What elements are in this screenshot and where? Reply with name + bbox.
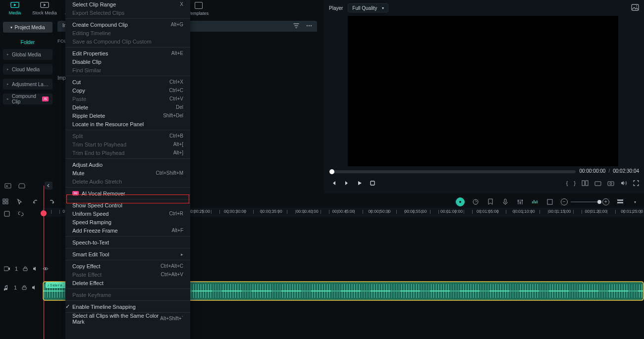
- top-tab-stock-media[interactable]: Stock Media: [30, 1, 59, 15]
- link-icon[interactable]: [17, 210, 25, 218]
- top-tab-media[interactable]: Media: [0, 1, 30, 15]
- timeline-view-icon[interactable]: [616, 198, 624, 206]
- top-tab-templates[interactable]: Templates: [188, 2, 209, 16]
- ctx-smart-edit-tool[interactable]: Smart Edit Tool: [65, 250, 190, 258]
- speed-icon[interactable]: [472, 198, 480, 206]
- ctx-ai-vocal-remover[interactable]: AI AI Vocal Remover: [65, 189, 190, 197]
- svg-rect-33: [22, 287, 26, 290]
- ctx-speech-to-text[interactable]: Speech-to-Text: [65, 238, 190, 246]
- crop-icon[interactable]: [546, 198, 554, 206]
- redo-icon[interactable]: [48, 198, 55, 206]
- ctx-export-selected: Export Selected Clips: [65, 8, 190, 17]
- fullscreen-icon[interactable]: [633, 180, 639, 186]
- import-section-label: Imp: [57, 75, 66, 81]
- compare-view-icon[interactable]: [582, 180, 589, 186]
- track-lock-icon[interactable]: [23, 266, 28, 271]
- zoom-in-button[interactable]: +: [602, 198, 609, 205]
- ctx-save-compound-custom: Save as Compound Clip Custom: [65, 37, 190, 46]
- new-bin-icon[interactable]: [18, 182, 26, 190]
- select-tool-icon[interactable]: [16, 198, 24, 206]
- ctx-ripple-delete[interactable]: Ripple DeleteShift+Del: [65, 111, 190, 120]
- zoom-out-button[interactable]: −: [561, 198, 568, 205]
- more-views-icon[interactable]: ▾: [631, 198, 639, 206]
- ctx-show-speed-control[interactable]: Show Speed Control: [65, 201, 190, 209]
- player-scrubber[interactable]: [330, 170, 576, 173]
- ctx-copy-effect[interactable]: Copy EffectCtrl+Alt+C: [65, 262, 190, 270]
- svg-marker-1: [14, 3, 16, 6]
- ctx-select-all-same-color[interactable]: Select all Clips with the Same Color Mar…: [65, 314, 190, 323]
- ctx-adjust-audio[interactable]: Adjust Audio: [65, 160, 190, 169]
- new-folder-icon[interactable]: [4, 182, 12, 190]
- stop-icon[interactable]: [370, 180, 376, 186]
- sidebar-item-compound-clip[interactable]: ▸ Compound Clip AI: [3, 94, 53, 104]
- prev-frame-icon[interactable]: [331, 180, 337, 186]
- svg-marker-3: [44, 3, 46, 6]
- sidebar-item-label: Adjustment La…: [12, 82, 49, 87]
- record-button[interactable]: [456, 197, 465, 206]
- sidebar-item-cloud-media[interactable]: ▸ Cloud Media: [3, 64, 53, 75]
- ctx-enable-timeline-snapping[interactable]: ✓ Enable Timeline Snapping: [65, 302, 190, 311]
- video-track-header[interactable]: 1: [0, 263, 43, 274]
- svg-point-32: [45, 268, 47, 270]
- collapse-sidebar-button[interactable]: [45, 182, 53, 190]
- mark-in-icon[interactable]: {: [566, 180, 568, 186]
- player-viewport[interactable]: [348, 16, 618, 166]
- beat-detection-icon[interactable]: [531, 198, 539, 206]
- pointer-tool-icon[interactable]: [2, 198, 10, 206]
- svg-point-24: [520, 202, 521, 204]
- ctx-trim-start: Trim Start to PlayheadAlt+[: [65, 140, 190, 148]
- svg-rect-27: [617, 199, 623, 201]
- ctx-copy[interactable]: CopyCtrl+C: [65, 86, 190, 95]
- more-icon[interactable]: [305, 22, 313, 30]
- sidebar-item-label: Cloud Media: [12, 67, 40, 72]
- ctx-paste-effect: Paste EffectCtrl+Alt+V: [65, 270, 190, 279]
- track-visibility-icon[interactable]: [43, 266, 49, 271]
- track-mute-icon[interactable]: [33, 266, 38, 271]
- ctx-delete-effect[interactable]: Delete Effect: [65, 279, 190, 287]
- ai-badge: AI: [42, 97, 49, 101]
- sidebar-item-global-media[interactable]: ▸ Global Media: [3, 49, 53, 60]
- chevron-right-icon: ▸: [7, 67, 9, 71]
- ctx-mute[interactable]: MuteCtrl+Shift+M: [65, 169, 190, 177]
- zoom-track[interactable]: [571, 201, 599, 202]
- ctx-locate-resource-panel[interactable]: Locate in the Resource Panel: [65, 120, 190, 128]
- ctx-uniform-speed[interactable]: Uniform SpeedCtrl+R: [65, 209, 190, 218]
- media-icon: [10, 1, 19, 8]
- undo-icon[interactable]: [32, 198, 40, 206]
- magnet-icon[interactable]: [3, 210, 11, 218]
- ctx-select-clip-range[interactable]: Select Clip RangeX: [65, 0, 190, 8]
- sidebar-folder-link[interactable]: Folder: [3, 40, 53, 45]
- ctx-disable-clip[interactable]: Disable Clip: [65, 57, 190, 66]
- playback-quality-dropdown[interactable]: Full Quality ▾: [348, 3, 388, 12]
- track-mute-icon[interactable]: [32, 285, 37, 290]
- play-icon[interactable]: [357, 180, 363, 186]
- svg-rect-28: [617, 202, 623, 203]
- sidebar-item-adjustment-layer[interactable]: ▸ Adjustment La…: [3, 79, 53, 90]
- ctx-add-freeze-frame[interactable]: Add Freeze FrameAlt+F: [65, 226, 190, 235]
- float-window-icon[interactable]: [594, 180, 601, 186]
- track-lock-icon[interactable]: [22, 285, 27, 290]
- ctx-cut[interactable]: CutCtrl+X: [65, 78, 190, 86]
- timeline-zoom-slider[interactable]: − +: [561, 198, 609, 205]
- voiceover-icon[interactable]: [501, 198, 509, 206]
- project-media-dropdown[interactable]: ▾ Project Media: [3, 22, 53, 33]
- ruler-time-label: 00:01:25:00: [621, 209, 643, 214]
- mark-out-icon[interactable]: }: [574, 180, 576, 186]
- volume-icon[interactable]: [620, 180, 627, 186]
- audio-track-header[interactable]: 1: [0, 282, 43, 293]
- top-tab-media-label: Media: [9, 10, 21, 15]
- sidebar-item-label: Compound Clip: [12, 94, 39, 104]
- ctx-edit-properties[interactable]: Edit PropertiesAlt+E: [65, 49, 190, 57]
- play-forward-icon[interactable]: [344, 180, 350, 186]
- snapshot-icon[interactable]: [631, 3, 639, 11]
- ctx-create-compound-clip[interactable]: Create Compound ClipAlt+G: [65, 20, 190, 29]
- marker-icon[interactable]: [486, 198, 494, 206]
- filter-icon[interactable]: [292, 22, 300, 30]
- camera-icon[interactable]: [607, 180, 614, 186]
- svg-rect-31: [23, 268, 27, 271]
- ctx-speed-ramping[interactable]: Speed Ramping: [65, 218, 190, 226]
- audio-mixer-icon[interactable]: [516, 198, 524, 206]
- top-tab-stock-media-label: Stock Media: [32, 10, 57, 15]
- ctx-paste: PasteCtrl+V: [65, 95, 190, 103]
- ctx-delete[interactable]: DeleteDel: [65, 103, 190, 111]
